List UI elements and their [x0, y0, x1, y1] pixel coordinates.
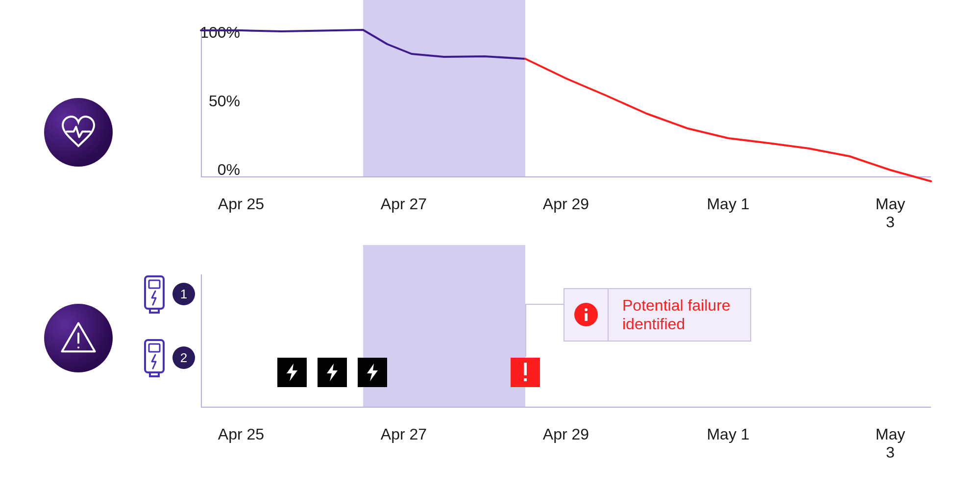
charger-icon: [142, 274, 167, 314]
failure-callout: Potential failure identified: [564, 288, 751, 342]
svg-rect-3: [149, 280, 160, 288]
heart-pulse-icon: [44, 98, 113, 167]
charger-icon: [142, 338, 167, 377]
warning-triangle-icon: [44, 304, 113, 372]
callout-leader: [525, 304, 564, 357]
callout-icon-box: [564, 289, 609, 341]
svg-rect-4: [150, 309, 159, 313]
highlight-band: [363, 245, 525, 407]
svg-rect-6: [149, 344, 160, 352]
line-normal: [201, 30, 525, 59]
x-tick-0: Apr 25: [218, 195, 264, 213]
charge-event-icon: [358, 358, 387, 387]
x-tick-4: May 3: [870, 195, 911, 231]
events-panel: 1 2: [0, 260, 980, 475]
charge-event-icon: [277, 358, 307, 387]
x-tick-1: Apr 27: [381, 195, 427, 213]
svg-marker-9: [327, 364, 338, 381]
charger-row-1: 1: [142, 274, 195, 314]
alert-event-icon: [511, 358, 540, 387]
x-tick-3: May 1: [707, 425, 749, 443]
svg-rect-11: [524, 363, 527, 375]
health-line-svg: [201, 29, 931, 176]
svg-point-1: [77, 346, 79, 348]
line-alert: [525, 59, 931, 181]
x-tick-1: Apr 27: [381, 425, 427, 443]
charger-row-2: 2: [142, 338, 195, 377]
svg-marker-8: [287, 364, 297, 381]
x-tick-2: Apr 29: [543, 195, 589, 213]
health-chart-area: Apr 25 Apr 27 Apr 29 May 1 May 3: [201, 29, 931, 186]
x-tick-2: Apr 29: [543, 425, 589, 443]
callout-text: Potential failure identified: [609, 289, 750, 341]
row-number-2: 2: [172, 346, 195, 369]
svg-rect-7: [150, 372, 159, 376]
info-icon: [574, 303, 598, 326]
x-tick-0: Apr 25: [218, 425, 264, 443]
row-number-1: 1: [172, 283, 195, 305]
svg-rect-14: [585, 313, 588, 321]
svg-rect-12: [524, 378, 527, 381]
svg-point-13: [585, 308, 588, 311]
x-tick-4: May 3: [870, 425, 911, 462]
x-tick-3: May 1: [707, 195, 749, 213]
events-chart-area: Potential failure identified Apr 25 Apr …: [201, 274, 931, 421]
y-axis: [201, 274, 202, 407]
health-chart-panel: 100% 50% 0% Apr 25 Apr 27 Apr 29 May 1 M…: [0, 0, 980, 245]
charge-event-icon: [318, 358, 347, 387]
x-axis: [201, 407, 931, 408]
svg-marker-10: [367, 364, 378, 381]
x-axis: [201, 176, 931, 177]
